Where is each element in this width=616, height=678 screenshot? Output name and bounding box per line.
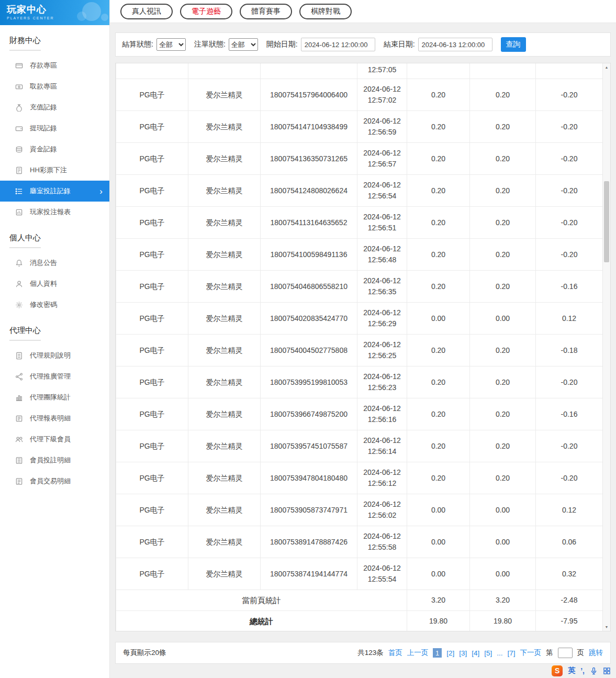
- cell-order: 1800753891478887426: [261, 526, 357, 558]
- settle-status-select[interactable]: 全部: [156, 38, 186, 51]
- sidebar-item[interactable]: 充值記錄›: [0, 97, 109, 118]
- sidebar-nav: 財務中心存款專區›取款專區›充值記錄›提現記錄›資金記錄›HH彩票下注›廳室投註…: [0, 36, 109, 492]
- sidebar-item[interactable]: 玩家投注報表›: [0, 202, 109, 223]
- table-scrollbar[interactable]: ▲ ▼: [602, 63, 610, 631]
- sidebar-item[interactable]: 代理團隊統計›: [0, 387, 109, 408]
- sidebar-item[interactable]: 消息公告›: [0, 252, 109, 273]
- page-link-current[interactable]: 1: [433, 648, 442, 658]
- password-icon: [15, 301, 23, 309]
- cell-bet-time: 2024-06-1212:56:14: [357, 430, 407, 462]
- cell-win-loss: -0.20: [536, 175, 603, 207]
- cell-bet-time: 2024-06-1212:55:54: [357, 558, 407, 590]
- sidebar-item[interactable]: 個人資料›: [0, 273, 109, 294]
- jump-page-input[interactable]: [558, 648, 573, 658]
- scroll-up-arrow[interactable]: ▲: [603, 63, 610, 71]
- cell-game: 爱尔兰精灵: [188, 462, 261, 494]
- tab-3[interactable]: 棋牌對戰: [299, 4, 352, 19]
- cell-win-loss: -7.95: [536, 611, 603, 631]
- cell-win-loss: -2.48: [536, 590, 603, 611]
- cell-bet-time: 2024-06-1212:56:59: [357, 111, 407, 143]
- cell-bet-amount: 0.00: [407, 526, 470, 558]
- cell-platform: PG电子: [116, 143, 188, 175]
- sidebar-item[interactable]: 廳室投註記錄›: [0, 181, 109, 202]
- page-link[interactable]: [5]: [484, 649, 492, 657]
- cell-platform: PG电子: [116, 303, 188, 335]
- cell-game: 爱尔兰精灵: [188, 143, 261, 175]
- cell-valid-bet: 0.00: [470, 558, 536, 590]
- sidebar-item-label: 會員交易明細: [30, 476, 71, 486]
- jump-suffix-label: 页: [577, 648, 585, 658]
- first-page-link[interactable]: 首页: [388, 648, 402, 658]
- page-ellipsis: ...: [497, 649, 502, 657]
- cell-platform: PG电子: [116, 79, 188, 111]
- cell-game: 爱尔兰精灵: [188, 526, 261, 558]
- ime-lang-toggle[interactable]: 英: [568, 666, 575, 675]
- sogou-ime-logo[interactable]: S: [552, 665, 563, 676]
- ime-punctuation-toggle[interactable]: ’,: [580, 666, 585, 675]
- table-row: PG电子爱尔兰精灵18007539574510755872024-06-1212…: [116, 430, 603, 462]
- sidebar-item[interactable]: 代理規則說明›: [0, 345, 109, 366]
- cell-order: 1800753995199810053: [261, 366, 357, 398]
- sidebar-item[interactable]: 取款專區›: [0, 76, 109, 97]
- sidebar-item[interactable]: 會員投註明細›: [0, 450, 109, 471]
- start-date-input[interactable]: [301, 38, 375, 51]
- page-link[interactable]: [2]: [446, 649, 454, 657]
- cell-bet-amount: 0.00: [407, 303, 470, 335]
- member-trans-icon: [15, 477, 23, 485]
- tab-1[interactable]: 電子遊藝: [180, 4, 232, 19]
- end-date-input[interactable]: [418, 38, 492, 51]
- cell-win-loss: -0.20: [536, 79, 603, 111]
- sidebar-item[interactable]: HH彩票下注›: [0, 160, 109, 181]
- cell-bet-time: 2024-06-1212:56:48: [357, 239, 407, 271]
- page-link[interactable]: [4]: [472, 649, 479, 657]
- cell-order: 1800754004502775808: [261, 335, 357, 366]
- scroll-down-arrow[interactable]: ▼: [603, 623, 610, 631]
- page-link[interactable]: [7]: [507, 649, 515, 657]
- sidebar-item[interactable]: 修改密碼›: [0, 294, 109, 315]
- sidebar-item[interactable]: 提現記錄›: [0, 118, 109, 139]
- sidebar-item-label: 修改密碼: [30, 300, 57, 309]
- sidebar-item[interactable]: 資金記錄›: [0, 139, 109, 160]
- table-row-partial: 12:57:05: [116, 63, 603, 79]
- sidebar-item[interactable]: 代理下級會員›: [0, 429, 109, 450]
- rules-icon: [15, 352, 23, 360]
- cell-bet-amount: 0.20: [407, 143, 470, 175]
- cell-order: 1800754113164635652: [261, 207, 357, 239]
- sidebar-item[interactable]: 存款專區›: [0, 55, 109, 76]
- scrollbar-thumb[interactable]: [604, 181, 609, 262]
- sidebar-item-label: 會員投註明細: [30, 455, 71, 465]
- sidebar-item-label: 玩家投注報表: [30, 207, 71, 217]
- cell-game: 爱尔兰精灵: [188, 494, 261, 526]
- prev-page-link[interactable]: 上一页: [407, 648, 429, 658]
- ime-toolbox-grid-icon[interactable]: [603, 667, 611, 675]
- cell-bet-time: 2024-06-1212:56:16: [357, 398, 407, 430]
- ime-mic-icon[interactable]: [590, 667, 598, 675]
- tab-2[interactable]: 體育賽事: [240, 4, 292, 19]
- jump-button[interactable]: 跳转: [589, 648, 603, 658]
- next-page-link[interactable]: 下一页: [520, 648, 542, 658]
- order-status-select[interactable]: 全部: [229, 38, 258, 51]
- order-status-label: 注單狀態:: [194, 40, 226, 49]
- cell-valid-bet: 19.80: [470, 611, 536, 631]
- cell-platform: PG电子: [116, 558, 188, 590]
- sidebar-item-label: 代理團隊統計: [30, 393, 71, 402]
- cell-valid-bet: 0.00: [470, 526, 536, 558]
- sidebar-item[interactable]: 會員交易明細›: [0, 471, 109, 492]
- cell-valid-bet: [470, 63, 536, 79]
- cell-summary-label: 當前頁統計: [116, 590, 407, 611]
- announcement-icon: [15, 259, 23, 267]
- cell-game: 爱尔兰精灵: [188, 239, 261, 271]
- sidebar-item[interactable]: 代理報表明細›: [0, 408, 109, 429]
- search-button[interactable]: 查詢: [501, 37, 526, 52]
- tab-0[interactable]: 真人視訊: [120, 4, 173, 19]
- cell-bet-amount: 0.00: [407, 494, 470, 526]
- sidebar-item[interactable]: 代理推廣管理›: [0, 366, 109, 387]
- cell-order: 1800754147104938499: [261, 111, 357, 143]
- cell-bet-amount: 0.20: [407, 111, 470, 143]
- table-row: PG电子爱尔兰精灵18007541471049384992024-06-1212…: [116, 111, 603, 143]
- table-row: PG电子爱尔兰精灵18007541131646356522024-06-1212…: [116, 207, 603, 239]
- sidebar-item-label: 取款專區: [30, 82, 57, 91]
- page-link[interactable]: [3]: [459, 649, 467, 657]
- sidebar-item-label: 代理推廣管理: [30, 372, 71, 381]
- cell-bet-time: 2024-06-1212:56:23: [357, 366, 407, 398]
